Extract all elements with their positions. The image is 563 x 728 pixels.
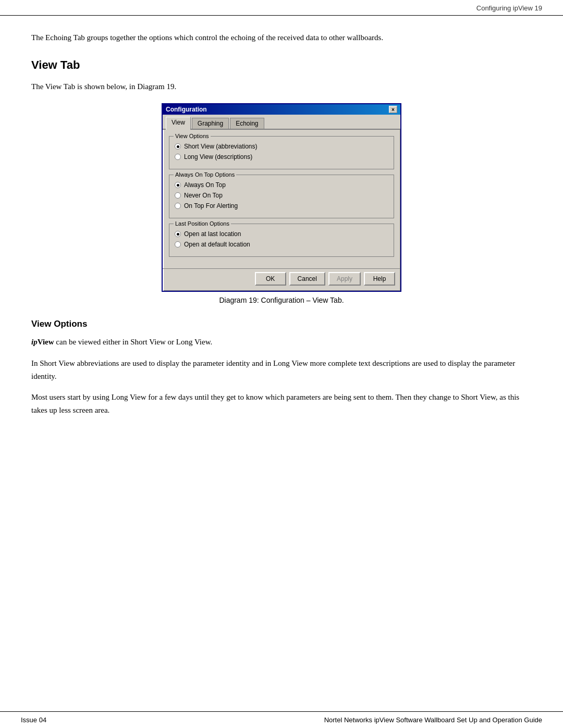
radio-short-view[interactable]: Short View (abbreviations): [175, 143, 388, 150]
help-button[interactable]: Help: [364, 272, 395, 286]
radio-long-view-label: Long View (descriptions): [184, 153, 252, 161]
radio-open-default-location[interactable]: Open at default location: [175, 241, 388, 248]
diagram-caption: Diagram 19: Configuration – View Tab.: [219, 296, 344, 304]
view-options-para-1: ipView can be viewed either in Short Vie…: [31, 336, 532, 349]
dialog-titlebar: Configuration ×: [163, 104, 400, 115]
tab-graphing[interactable]: Graphing: [192, 118, 229, 129]
page-header: Configuring ipView 19: [0, 0, 563, 16]
radio-never-on-top-indicator: [175, 192, 181, 199]
view-options-para-2: In Short View abbreviations are used to …: [31, 357, 532, 383]
dialog-body: View Options Short View (abbreviations) …: [163, 130, 400, 268]
radio-on-top-alerting-label: On Top For Alerting: [184, 202, 238, 209]
last-position-group: Last Position Options Open at last locat…: [169, 224, 394, 257]
view-options-heading: View Options: [31, 319, 532, 329]
radio-short-view-label: Short View (abbreviations): [184, 143, 258, 150]
always-on-top-label: Always On Top Options: [174, 171, 236, 178]
radio-on-top-alerting-indicator: [175, 203, 181, 209]
last-position-content: Open at last location Open at default lo…: [175, 230, 388, 248]
dialog-container: Configuration × View Graphing Echoing: [31, 103, 532, 304]
tab-echoing[interactable]: Echoing: [230, 118, 264, 129]
radio-long-view[interactable]: Long View (descriptions): [175, 153, 388, 161]
page-footer: Issue 04 Nortel Networks ipView Software…: [0, 711, 563, 728]
diagram-intro: The View Tab is shown below, in Diagram …: [31, 80, 532, 93]
configuration-dialog: Configuration × View Graphing Echoing: [162, 103, 401, 292]
view-options-para-3: Most users start by using Long View for …: [31, 391, 532, 417]
dialog-close-button[interactable]: ×: [389, 106, 397, 113]
radio-always-on-top-label: Always On Top: [184, 181, 226, 189]
radio-always-on-top[interactable]: Always On Top: [175, 181, 388, 189]
radio-never-on-top[interactable]: Never On Top: [175, 192, 388, 199]
section-title: View Tab: [31, 58, 532, 72]
footer-left: Issue 04: [21, 716, 46, 724]
dialog-title: Configuration: [166, 106, 207, 113]
radio-never-on-top-label: Never On Top: [184, 192, 223, 199]
view-options-content: Short View (abbreviations) Long View (de…: [175, 143, 388, 161]
ok-button[interactable]: OK: [255, 272, 286, 286]
radio-open-last-location-indicator: [175, 231, 181, 237]
ipview-bold: View: [38, 338, 54, 346]
always-on-top-content: Always On Top Never On Top On Top For Al…: [175, 181, 388, 209]
dialog-tabs: View Graphing Echoing: [163, 115, 400, 130]
view-options-label: View Options: [174, 133, 211, 139]
radio-open-last-location-label: Open at last location: [184, 230, 241, 238]
footer-center: Nortel Networks ipView Software Wallboar…: [324, 716, 542, 724]
last-position-label: Last Position Options: [174, 220, 231, 227]
radio-open-last-location[interactable]: Open at last location: [175, 230, 388, 238]
dialog-buttons: OK Cancel Apply Help: [163, 268, 400, 291]
cancel-button[interactable]: Cancel: [289, 272, 325, 286]
radio-open-default-location-indicator: [175, 241, 181, 248]
main-content: The Echoing Tab groups together the opti…: [0, 16, 563, 441]
radio-long-view-indicator: [175, 154, 181, 160]
intro-paragraph: The Echoing Tab groups together the opti…: [31, 31, 532, 44]
radio-on-top-alerting[interactable]: On Top For Alerting: [175, 202, 388, 209]
apply-button[interactable]: Apply: [328, 272, 361, 286]
ipview-emphasis: ip: [31, 338, 38, 346]
radio-always-on-top-indicator: [175, 182, 181, 188]
header-text: Configuring ipView 19: [476, 4, 542, 12]
radio-short-view-indicator: [175, 143, 181, 150]
tab-view[interactable]: View: [166, 117, 191, 130]
page-container: Configuring ipView 19 The Echoing Tab gr…: [0, 0, 563, 728]
view-options-group: View Options Short View (abbreviations) …: [169, 136, 394, 169]
radio-open-default-location-label: Open at default location: [184, 241, 250, 248]
always-on-top-group: Always On Top Options Always On Top Neve…: [169, 175, 394, 218]
